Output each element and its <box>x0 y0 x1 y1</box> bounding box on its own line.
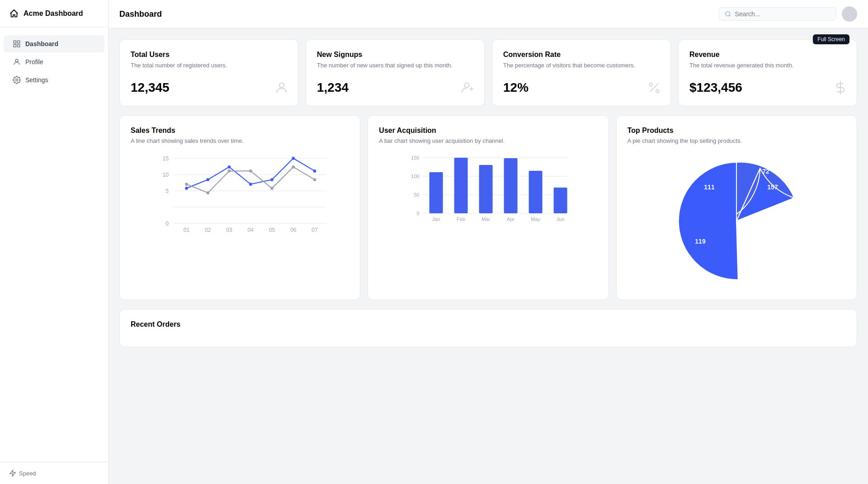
svg-point-9 <box>279 83 284 88</box>
dashboard-icon <box>13 40 21 48</box>
svg-rect-58 <box>504 158 518 213</box>
svg-text:05: 05 <box>269 227 275 234</box>
svg-point-43 <box>249 169 252 173</box>
bar-chart: 150 100 50 0 <box>379 153 597 235</box>
svg-text:Jun: Jun <box>557 216 565 222</box>
svg-text:119: 119 <box>695 238 706 245</box>
sidebar-item-profile[interactable]: Profile <box>4 53 104 70</box>
user-acquisition-title: User Acquisition <box>379 127 597 135</box>
svg-point-38 <box>292 157 295 160</box>
sidebar-item-settings[interactable]: Settings <box>4 71 104 89</box>
svg-rect-59 <box>529 171 542 213</box>
svg-line-8 <box>729 15 731 17</box>
svg-rect-57 <box>479 165 493 213</box>
sidebar-item-dashboard[interactable]: Dashboard <box>4 35 104 52</box>
charts-row: Sales Trends A line chart showing sales … <box>119 115 857 300</box>
user-acquisition-desc: A bar chart showing user acquisition by … <box>379 137 597 144</box>
total-users-value: 12,345 <box>131 80 287 95</box>
svg-text:Feb: Feb <box>457 216 466 222</box>
conversion-value: 12% <box>503 80 660 95</box>
topbar-right <box>719 6 857 22</box>
new-signups-value: 1,234 <box>317 80 473 95</box>
speed-icon <box>9 470 16 477</box>
sidebar-item-profile-label: Profile <box>25 58 43 66</box>
logo-icon <box>9 9 19 19</box>
pie-chart-svg: 157 72 111 119 129 150 <box>669 153 804 289</box>
revenue-desc: The total revenue generated this month. <box>689 61 846 70</box>
app-title: Acme Dashboard <box>24 9 83 18</box>
svg-text:111: 111 <box>704 183 715 191</box>
page-title: Dashboard <box>119 9 162 19</box>
main-content: Dashboard Total Users The total number o… <box>108 0 868 484</box>
pie-chart: 157 72 111 119 129 150 <box>627 153 846 289</box>
conversion-desc: The percentage of visitors that become c… <box>503 61 660 70</box>
svg-text:15: 15 <box>162 155 169 162</box>
sidebar-footer: Speed <box>0 462 108 484</box>
svg-text:06: 06 <box>290 227 297 234</box>
profile-icon <box>13 58 21 66</box>
top-products-card: Top Products A pie chart showing the top… <box>616 115 857 300</box>
line-chart: 15 10 5 0 01 02 03 04 05 06 07 <box>131 153 349 235</box>
svg-point-40 <box>185 183 188 186</box>
svg-text:Jan: Jan <box>432 216 440 222</box>
content-area: Total Users The total number of register… <box>108 28 868 358</box>
revenue-icon <box>833 80 848 97</box>
sidebar-nav: Dashboard Profile Settings <box>0 27 108 462</box>
svg-rect-60 <box>554 188 567 213</box>
sidebar-item-dashboard-label: Dashboard <box>25 40 58 47</box>
svg-line-13 <box>650 84 659 92</box>
stat-card-total-users: Total Users The total number of register… <box>119 39 298 106</box>
svg-text:0: 0 <box>417 211 420 216</box>
svg-point-46 <box>313 178 316 181</box>
svg-marker-6 <box>10 470 15 476</box>
svg-point-34 <box>206 178 209 181</box>
svg-point-4 <box>15 59 18 62</box>
svg-point-42 <box>228 169 231 173</box>
svg-text:04: 04 <box>247 227 254 234</box>
svg-text:150: 150 <box>411 155 420 160</box>
top-products-desc: A pie chart showing the top selling prod… <box>627 137 846 144</box>
avatar <box>842 6 857 22</box>
svg-text:01: 01 <box>184 227 190 234</box>
new-signups-icon <box>461 80 475 97</box>
svg-rect-0 <box>14 41 16 43</box>
total-users-title: Total Users <box>131 51 287 59</box>
user-acquisition-card: User Acquisition A bar chart showing use… <box>368 115 609 300</box>
svg-point-35 <box>228 165 231 169</box>
svg-text:10: 10 <box>162 172 169 178</box>
svg-point-7 <box>726 12 730 16</box>
svg-point-45 <box>292 165 295 169</box>
svg-text:02: 02 <box>205 227 211 234</box>
recent-orders-card: Recent Orders <box>119 309 857 347</box>
svg-rect-56 <box>454 158 468 213</box>
conversion-title: Conversion Rate <box>503 51 660 59</box>
sales-trends-title: Sales Trends <box>131 127 349 135</box>
search-box[interactable] <box>719 7 836 21</box>
total-users-desc: The total number of registered users. <box>131 61 287 70</box>
svg-text:150: 150 <box>780 242 791 249</box>
recent-orders-title: Recent Orders <box>131 320 846 329</box>
svg-text:5: 5 <box>165 188 169 194</box>
svg-text:100: 100 <box>411 174 420 179</box>
svg-text:Apr: Apr <box>507 216 514 222</box>
search-input[interactable] <box>735 10 830 18</box>
revenue-title: Revenue <box>689 51 846 59</box>
revenue-value: $123,456 <box>689 80 846 95</box>
new-signups-title: New Signups <box>317 51 473 59</box>
app-logo: Acme Dashboard <box>0 0 108 27</box>
svg-text:157: 157 <box>768 183 778 191</box>
svg-point-39 <box>313 169 316 173</box>
stat-card-new-signups: New Signups The number of new users that… <box>306 39 485 106</box>
stat-cards-grid: Total Users The total number of register… <box>119 39 857 106</box>
svg-rect-55 <box>429 172 443 213</box>
svg-text:Mar: Mar <box>482 216 491 222</box>
sales-trends-desc: A line chart showing sales trends over t… <box>131 137 349 144</box>
svg-text:129: 129 <box>743 268 754 276</box>
fullscreen-badge[interactable]: Full Screen <box>813 34 849 44</box>
top-products-title: Top Products <box>627 127 846 135</box>
svg-point-36 <box>249 183 252 186</box>
svg-text:0: 0 <box>165 221 169 227</box>
svg-point-44 <box>270 187 274 190</box>
footer-label: Speed <box>19 470 36 477</box>
svg-point-41 <box>206 192 209 195</box>
